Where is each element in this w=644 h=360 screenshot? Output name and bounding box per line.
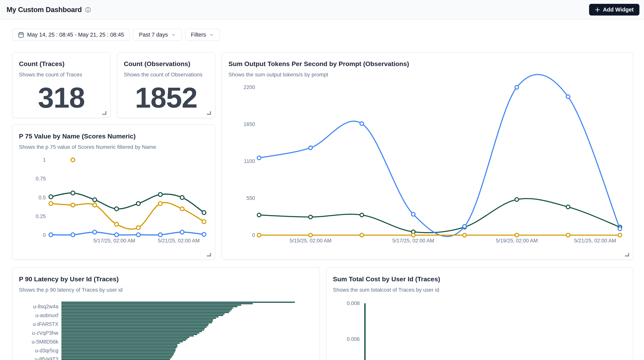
latency-bar — [62, 353, 174, 354]
latency-bar — [62, 307, 233, 309]
widget-subtitle: Shows the sum output tokens/s by prompt — [228, 72, 627, 78]
widget-tokens-chart: 05501100165022005/15/25, 02:00 AM5/17/25… — [222, 52, 633, 260]
page-title: My Custom Dashboard — [6, 6, 82, 14]
data-point-score-a — [136, 202, 140, 205]
data-point-prompt-c — [463, 233, 466, 237]
latency-bar — [62, 335, 194, 336]
latency-bar — [62, 354, 174, 355]
data-point-score-c — [180, 230, 184, 234]
widget-title: Sum Total Cost by User Id (Traces) — [333, 275, 627, 283]
data-point-prompt-b — [515, 86, 519, 89]
count-value: 1852 — [117, 81, 215, 114]
widget-title: P 75 Value by Name (Scores Numeric) — [19, 133, 209, 140]
latency-bar — [62, 326, 207, 328]
widget-p90-chart: u-8sq2w4au-aobnuxfu-tFAR5TXu-zVqP3hwu-5M… — [12, 267, 320, 360]
latency-bar — [62, 350, 176, 351]
data-point-prompt-a — [566, 205, 570, 209]
data-point-prompt-c — [257, 233, 261, 237]
user-id-label: u-8fVa9T3 — [35, 356, 58, 360]
info-icon[interactable] — [85, 7, 91, 13]
resize-handle-icon[interactable] — [102, 111, 106, 115]
x-tick-label: 5/17/25, 02:00 AM — [392, 238, 434, 244]
widget-subtitle: Shows the sum totalcost of Traces by use… — [333, 287, 627, 293]
data-point-score-b — [180, 207, 184, 211]
data-point-score-b — [158, 202, 162, 205]
latency-bar — [62, 340, 186, 341]
data-point-prompt-b — [309, 146, 312, 150]
data-point-prompt-b — [360, 122, 364, 125]
data-point-prompt-c — [360, 233, 364, 237]
data-point-score-a — [93, 198, 96, 202]
data-point-prompt-a — [309, 215, 312, 219]
latency-bar — [62, 309, 232, 310]
widget-subtitle: Shows the p 90 latency of Traces by user… — [19, 287, 314, 293]
resize-handle-icon[interactable] — [207, 111, 211, 115]
data-point-score-d — [71, 158, 75, 162]
latency-bar — [62, 304, 241, 306]
data-point-score-a — [49, 195, 53, 199]
latency-bar — [62, 324, 209, 325]
latency-bar — [62, 351, 175, 352]
latency-bar — [62, 313, 224, 314]
user-id-label: u-d3qr5cg — [35, 348, 58, 353]
resize-handle-icon[interactable] — [207, 253, 211, 256]
x-tick-label: 5/17/25, 02:00 AM — [93, 238, 135, 244]
latency-bar — [62, 342, 180, 344]
data-point-prompt-b — [566, 95, 570, 99]
filters-label: Filters — [191, 32, 206, 38]
data-point-score-b — [71, 203, 75, 207]
latency-bar — [62, 357, 172, 358]
data-point-prompt-c — [566, 233, 570, 237]
latency-bar — [62, 316, 218, 317]
data-point-prompt-b — [412, 213, 415, 216]
latency-bar — [62, 334, 197, 335]
latency-bar — [62, 328, 205, 329]
count-value: 318 — [12, 81, 110, 114]
user-id-label: u-tFAR5TX — [33, 321, 58, 327]
data-point-prompt-c — [618, 233, 622, 237]
user-id-label: u-zVqP3hw — [32, 330, 58, 336]
data-point-prompt-c — [515, 233, 519, 237]
filters-dropdown[interactable]: Filters — [185, 29, 220, 41]
widget-subtitle: Shows the count of Traces — [19, 72, 104, 78]
user-id-label: u-aobnuxf — [36, 312, 58, 318]
latency-bar — [62, 310, 230, 311]
data-point-score-a — [202, 211, 206, 214]
date-range-picker[interactable]: May 14, 25 : 08:45 - May 21, 25 : 08:45 — [12, 29, 130, 41]
latency-bar — [62, 347, 177, 348]
latency-bar — [62, 319, 213, 320]
widget-title: Sum Output Tokens Per Second by Prompt (… — [228, 60, 627, 68]
y-tick-label: 0 — [43, 232, 46, 238]
widget-subtitle: Shows the p 75 value of Scores Numeric f… — [19, 144, 209, 150]
latency-bar — [62, 337, 190, 338]
plus-icon — [595, 7, 600, 13]
time-preset-dropdown[interactable]: Past 7 days — [133, 29, 182, 41]
data-point-score-a — [158, 193, 162, 196]
data-point-score-c — [202, 232, 206, 236]
latency-bar — [62, 315, 223, 316]
latency-bar — [62, 356, 172, 357]
chevron-down-icon — [209, 32, 214, 37]
y-tick-label: 0.25 — [36, 213, 46, 219]
latency-bar — [62, 303, 253, 304]
data-point-score-c — [158, 233, 162, 237]
y-tick-label: 0.5 — [38, 195, 46, 200]
add-widget-label: Add Widget — [603, 7, 634, 13]
data-point-prompt-a — [257, 213, 261, 217]
add-widget-button[interactable]: Add Widget — [589, 4, 640, 16]
data-point-prompt-c — [309, 233, 312, 237]
latency-bar — [62, 329, 204, 330]
data-point-prompt-a — [360, 213, 364, 217]
data-point-score-b — [93, 203, 96, 207]
data-point-score-c — [71, 233, 75, 237]
resize-handle-icon[interactable] — [625, 253, 629, 256]
time-preset-label: Past 7 days — [139, 32, 168, 38]
tokens-line-chart[interactable]: 05501100165022005/15/25, 02:00 AM5/17/25… — [222, 53, 633, 260]
y-tick-label: 0 — [252, 232, 255, 238]
x-tick-label: 5/19/25, 02:00 AM — [496, 238, 538, 244]
data-point-score-c — [114, 233, 118, 237]
latency-bar — [62, 344, 177, 345]
y-tick-label: 0.008 — [347, 300, 360, 306]
data-point-score-a — [180, 196, 184, 200]
widget-p75-chart: 00.250.50.7515/17/25, 02:00 AM5/21/25, 0… — [12, 125, 215, 260]
